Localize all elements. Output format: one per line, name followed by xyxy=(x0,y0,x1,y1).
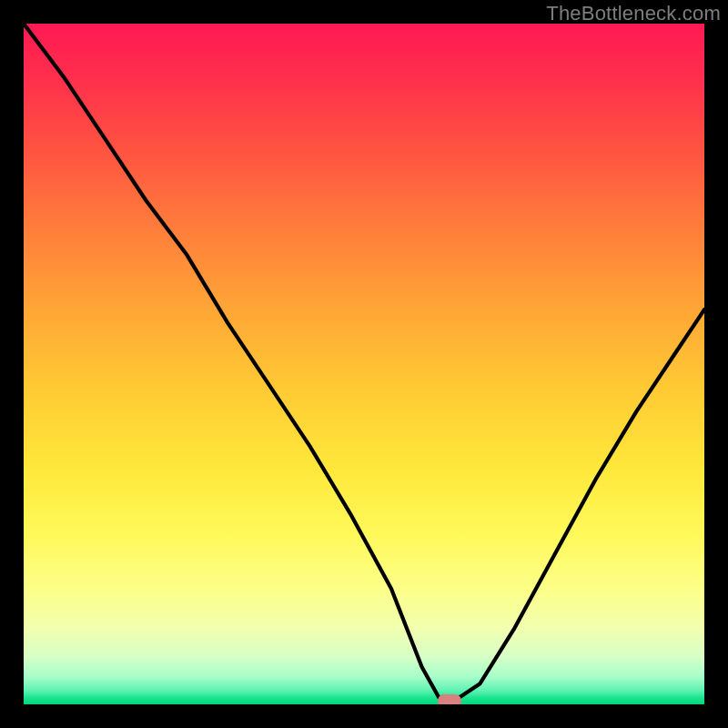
optimal-point-marker xyxy=(438,694,461,704)
chart-frame: TheBottleneck.com xyxy=(0,0,728,728)
bottleneck-curve xyxy=(24,24,704,704)
watermark-text: TheBottleneck.com xyxy=(546,2,721,25)
plot-area xyxy=(24,24,704,704)
